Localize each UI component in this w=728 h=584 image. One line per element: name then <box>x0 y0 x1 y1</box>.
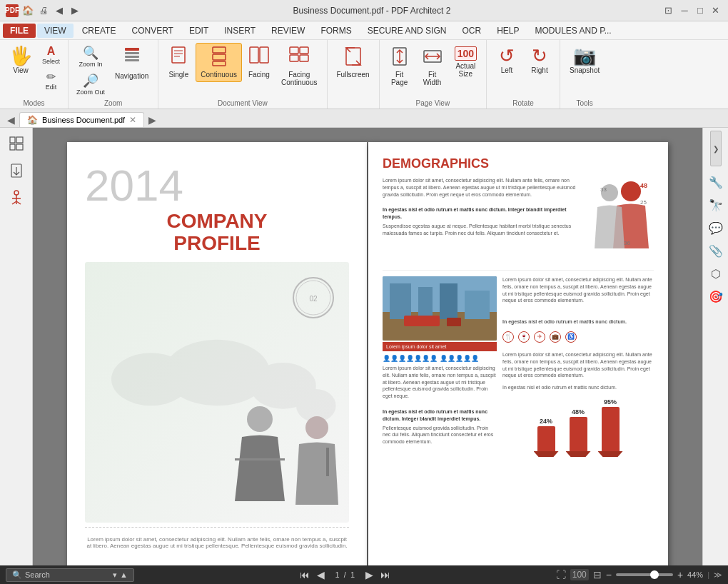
actual-pct-btn[interactable]: 100 <box>570 569 589 580</box>
right-panel-collapse[interactable]: ❯ <box>710 131 722 166</box>
separator: | <box>707 570 709 579</box>
view-button[interactable]: 🖐 View <box>4 43 37 78</box>
minimize-icon[interactable]: ─ <box>678 4 691 17</box>
right-tools-btn[interactable]: 🔧 <box>706 172 726 192</box>
ribbon-group-fullscreen: Fullscreen <box>328 40 380 109</box>
back-icon[interactable]: ◀ <box>53 4 66 17</box>
single-button[interactable]: Single <box>163 43 194 82</box>
menu-forms[interactable]: FORMS <box>313 24 358 38</box>
right-attach-btn[interactable]: 📎 <box>706 241 726 261</box>
rotate-right-label: Right <box>531 66 547 74</box>
zoom-out-button[interactable]: 🔎 Zoom Out <box>73 71 108 98</box>
zoom-slider[interactable] <box>616 573 673 576</box>
clock-decoration: 02 <box>292 276 335 321</box>
fullscreen-icon <box>345 46 362 69</box>
sidebar-bookmark-btn[interactable] <box>4 158 29 183</box>
doc-tab-1[interactable]: 🏠 Business Document.pdf ✕ <box>19 112 144 127</box>
main-area: 2014 COMPANY PROFILE <box>0 128 728 565</box>
svg-rect-14 <box>300 47 308 54</box>
select-icon: A <box>47 45 56 58</box>
pageview-label: Page View <box>384 98 482 107</box>
pdf-logo: PDF <box>6 4 19 17</box>
page-navigation: ⏮ ◀ 1 / 1 ▶ ⏭ <box>140 569 550 580</box>
navigation-button[interactable]: Navigation <box>110 43 153 84</box>
menu-file[interactable]: FILE <box>3 24 36 38</box>
svg-text:25: 25 <box>640 199 647 206</box>
bar-48: 48% <box>566 408 591 457</box>
menu-edit[interactable]: EDIT <box>182 24 216 38</box>
rotate-left-button[interactable]: ↺ Left <box>491 43 522 78</box>
facing-continuous-button[interactable]: FacingContinuous <box>276 43 323 90</box>
status-right-controls: ⛶ 100 ⊟ − + 44% | ≫ <box>556 569 722 580</box>
menu-ocr[interactable]: OCR <box>455 24 488 38</box>
continuous-button[interactable]: Continuous <box>196 43 242 82</box>
menu-secure[interactable]: SECURE AND SIGN <box>360 24 454 38</box>
prev-page-btn[interactable]: ◀ <box>315 569 327 580</box>
view-label: View <box>13 66 29 74</box>
search-box[interactable]: 🔍 Search ▾ ▲ <box>6 568 134 582</box>
right-search-btn[interactable]: 🔭 <box>706 195 726 215</box>
fit-page-status-btn[interactable]: ⊟ <box>593 569 602 580</box>
facing-button[interactable]: Facing <box>243 43 275 82</box>
continuous-icon <box>211 46 228 69</box>
fit-page-button[interactable]: FitPage <box>384 43 415 90</box>
menu-create[interactable]: CREATE <box>75 24 123 38</box>
menu-modules[interactable]: MODULES AND P... <box>527 24 618 38</box>
zoom-label: Zoom <box>73 98 153 107</box>
demo-chart-col: 48 25 33 36 <box>590 177 654 256</box>
select-label: Select <box>42 58 60 65</box>
search-dropdown-icon[interactable]: ▾ <box>113 570 117 580</box>
search-up-icon[interactable]: ▲ <box>120 570 128 579</box>
fullscreen-buttons: Fullscreen <box>332 43 375 106</box>
right-layers-btn[interactable]: ⬡ <box>706 263 726 283</box>
edit-button[interactable]: ✏ Edit <box>39 68 64 93</box>
plane-icon: ✈ <box>534 331 545 343</box>
zoom-out-status-btn[interactable]: − <box>606 569 612 580</box>
fit-width-button[interactable]: FitWidth <box>417 43 448 90</box>
actual-size-button[interactable]: 100 ActualSize <box>450 43 482 81</box>
menu-convert[interactable]: CONVERT <box>124 24 180 38</box>
restore-down-icon[interactable]: ⊡ <box>662 4 675 17</box>
zoom-in-out-col: 🔍 Zoom In 🔎 Zoom Out <box>73 43 108 98</box>
menu-help[interactable]: HELP <box>490 24 526 38</box>
tab-close-button[interactable]: ✕ <box>129 115 136 125</box>
stats-block: Lorem ipsum dolor sit amet, consectetur … <box>502 276 654 556</box>
ribbon-group-tools: 📷 Snapshot Tools <box>560 40 609 109</box>
tab-right-nav[interactable]: ▶ <box>144 113 161 127</box>
close-icon[interactable]: ✕ <box>709 4 722 17</box>
menu-bar: FILE VIEW CREATE CONVERT EDIT INSERT REV… <box>0 21 728 40</box>
document-view[interactable]: 2014 COMPANY PROFILE <box>33 128 702 565</box>
fullscreen-button[interactable]: Fullscreen <box>332 43 375 82</box>
forward-icon[interactable]: ▶ <box>69 4 81 17</box>
first-page-btn[interactable]: ⏮ <box>298 569 312 580</box>
right-comments-btn[interactable]: 💬 <box>706 218 726 238</box>
page-number: 1 / 1 <box>330 570 361 579</box>
tab-left-nav[interactable]: ◀ <box>3 113 19 127</box>
sidebar-thumbnail-btn[interactable] <box>4 131 29 156</box>
snapshot-icon: 📷 <box>573 46 596 65</box>
zoom-in-status-btn[interactable]: + <box>677 569 683 580</box>
facing-continuous-icon <box>289 46 309 69</box>
rotate-right-button[interactable]: ↻ Right <box>524 43 555 78</box>
svg-rect-53 <box>418 287 433 319</box>
home-icon[interactable]: 🏠 <box>21 4 34 17</box>
snapshot-button[interactable]: 📷 Snapshot <box>565 43 605 78</box>
maximize-icon[interactable]: □ <box>694 4 707 17</box>
zoom-in-button[interactable]: 🔍 Zoom In <box>73 43 108 70</box>
next-page-btn[interactable]: ▶ <box>363 569 375 580</box>
expand-btn[interactable]: ≫ <box>714 570 722 580</box>
fit-view-btn[interactable]: ⛶ <box>556 569 566 580</box>
select-button[interactable]: A Select <box>39 43 64 67</box>
zoom-slider-thumb[interactable] <box>650 570 659 579</box>
print-icon[interactable]: 🖨 <box>37 4 50 17</box>
svg-rect-38 <box>235 458 285 460</box>
right-sign-btn[interactable]: 🎯 <box>706 286 726 306</box>
sidebar-anchor-btn[interactable] <box>4 185 29 211</box>
menu-insert[interactable]: INSERT <box>217 24 263 38</box>
rotate-left-icon: ↺ <box>499 46 515 65</box>
demo-text-col: Lorem ipsum dolor sit amet, consectetur … <box>383 177 582 256</box>
last-page-btn[interactable]: ⏭ <box>378 569 393 580</box>
fullscreen-label: Fullscreen <box>337 71 370 79</box>
menu-review[interactable]: REVIEW <box>264 24 312 38</box>
menu-view[interactable]: VIEW <box>37 24 74 38</box>
